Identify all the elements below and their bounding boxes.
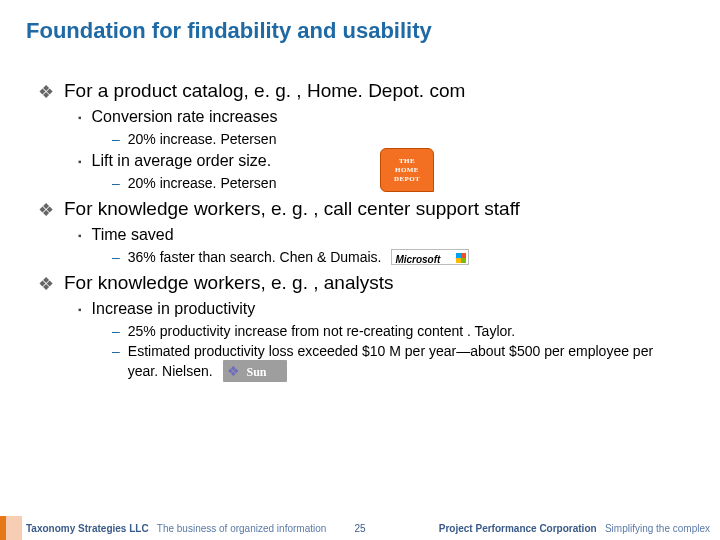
diamond-bullet-icon: ❖ — [38, 272, 54, 296]
diamond-bullet-icon: ❖ — [38, 198, 54, 222]
bullet-text: 20% increase. Petersen — [128, 130, 277, 148]
bullet-text: Time saved — [92, 226, 174, 244]
diamond-bullet-icon: ❖ — [38, 80, 54, 104]
bullet-l3: – 25% productivity increase from not re-… — [112, 322, 694, 340]
footer-right-tag: Simplifying the complex — [599, 523, 710, 534]
bullet-text: For a product catalog, e. g. , Home. Dep… — [64, 80, 465, 102]
home-depot-logo: THEHOMEDEPOT — [380, 148, 434, 192]
bullet-text-inner: 36% faster than search. Chen & Dumais. — [128, 249, 382, 265]
dash-bullet-icon: – — [112, 322, 120, 340]
dash-bullet-icon: – — [112, 130, 120, 148]
bullet-text: For knowledge workers, e. g. , analysts — [64, 272, 393, 294]
bullet-l2: ▪ Conversion rate increases — [78, 108, 694, 128]
dash-bullet-icon: – — [112, 342, 120, 360]
bullet-l3: – Estimated productivity loss exceeded $… — [112, 342, 694, 382]
bullet-l2: ▪ Time saved — [78, 226, 694, 246]
bullet-l3: – 20% increase. Petersen — [112, 130, 694, 148]
square-bullet-icon: ▪ — [78, 300, 82, 320]
footer-left-brand: Taxonomy Strategies LLC — [26, 523, 149, 534]
dash-bullet-icon: – — [112, 248, 120, 266]
bullet-l1: ❖ For a product catalog, e. g. , Home. D… — [38, 80, 694, 104]
bullet-text: 20% increase. Petersen — [128, 174, 277, 192]
footer-left: Taxonomy Strategies LLC The business of … — [26, 523, 326, 534]
square-bullet-icon: ▪ — [78, 108, 82, 128]
footer-right-brand: Project Performance Corporation — [439, 523, 597, 534]
footer-left-tag-text: The business of organized information — [157, 523, 327, 534]
home-depot-logo-text: THEHOMEDEPOT — [394, 157, 420, 184]
bullet-text: 36% faster than search. Chen & Dumais. — [128, 248, 470, 266]
bullet-text: Increase in productivity — [92, 300, 256, 318]
microsoft-logo — [391, 249, 469, 265]
footer-right-tag-text: Simplifying the complex — [605, 523, 710, 534]
bullet-l3: – 36% faster than search. Chen & Dumais. — [112, 248, 694, 266]
slide-title: Foundation for findability and usability — [26, 18, 694, 44]
footer-left-tag: The business of organized information — [151, 523, 326, 534]
footer-accent-icon — [0, 516, 22, 540]
footer-right: Project Performance Corporation Simplify… — [439, 523, 710, 534]
dash-bullet-icon: – — [112, 174, 120, 192]
bullet-text: 25% productivity increase from not re-cr… — [128, 322, 515, 340]
bullet-text-inner: Estimated productivity loss exceeded $10… — [128, 343, 653, 379]
bullet-l1: ❖ For knowledge workers, e. g. , call ce… — [38, 198, 694, 222]
bullet-l2: ▪ Increase in productivity — [78, 300, 694, 320]
bullet-text: Conversion rate increases — [92, 108, 278, 126]
square-bullet-icon: ▪ — [78, 226, 82, 246]
footer: Taxonomy Strategies LLC The business of … — [0, 516, 720, 540]
bullet-text: Lift in average order size. — [92, 152, 272, 170]
bullet-l1: ❖ For knowledge workers, e. g. , analyst… — [38, 272, 694, 296]
square-bullet-icon: ▪ — [78, 152, 82, 172]
slide: Foundation for findability and usability… — [0, 0, 720, 540]
bullet-text: Estimated productivity loss exceeded $10… — [128, 342, 668, 382]
footer-page-number: 25 — [354, 523, 365, 534]
bullet-text: For knowledge workers, e. g. , call cent… — [64, 198, 520, 220]
sun-microsystems-logo — [223, 360, 287, 382]
